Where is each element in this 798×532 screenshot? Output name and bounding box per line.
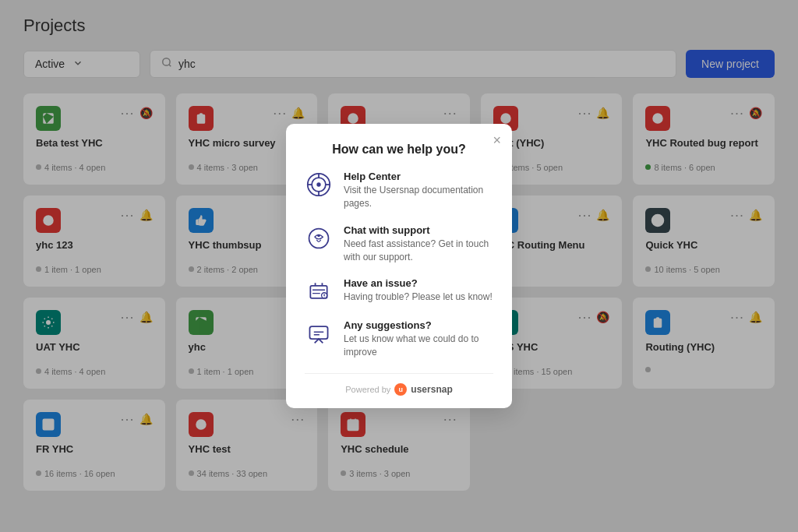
chat-support-title: Chat with support [344,224,493,236]
issue-title: Have an issue? [344,277,493,289]
modal-footer: Powered by usersnap [305,383,493,396]
chat-support-icon [305,224,333,252]
modal-title: How can we help you? [305,143,493,157]
svg-point-12 [316,182,320,186]
help-center-icon [305,171,333,199]
modal-issue-item[interactable]: Have an issue? Having trouble? Please le… [305,277,493,305]
modal-close-button[interactable]: × [493,133,501,147]
svg-point-22 [324,297,325,298]
suggestions-desc: Let us know what we could do to improve [344,333,493,359]
chat-support-desc: Need fast assistance? Get in touch with … [344,238,493,264]
powered-by-text: Powered by [345,385,390,394]
modal-chat-support-item[interactable]: Chat with support Need fast assistance? … [305,224,493,264]
issue-icon [305,277,333,305]
usersnap-brand: usersnap [411,384,452,395]
suggestions-icon [305,319,333,347]
modal-overlay[interactable]: × How can we help you? Help Center Visit… [0,0,798,532]
help-modal: × How can we help you? Help Center Visit… [286,124,512,408]
svg-point-18 [317,234,320,237]
modal-divider [305,373,493,374]
svg-rect-23 [309,326,327,339]
issue-desc: Having trouble? Please let us know! [344,291,493,304]
suggestions-title: Any suggestions? [344,319,493,331]
modal-help-center-item[interactable]: Help Center Visit the Usersnap documenta… [305,171,493,210]
usersnap-logo-icon [394,383,407,396]
svg-point-17 [309,228,329,248]
help-center-desc: Visit the Usersnap documentation pages. [344,184,493,210]
help-center-title: Help Center [344,171,493,182]
modal-suggestions-item[interactable]: Any suggestions? Let us know what we cou… [305,319,493,359]
